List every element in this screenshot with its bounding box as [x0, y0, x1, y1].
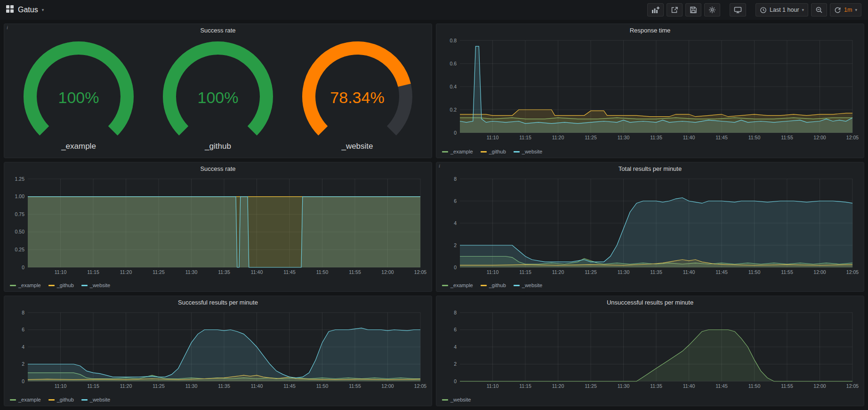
gauge-arc: 78.34% — [289, 40, 426, 141]
legend-item-example[interactable]: _example — [10, 397, 41, 402]
response-time-chart[interactable]: 11:1011:1511:2011:2511:3011:3511:4011:45… — [440, 37, 861, 141]
zoom-out-button[interactable] — [811, 3, 827, 16]
x-tick-label: 11:25 — [153, 269, 165, 275]
dashboards-grid-icon[interactable] — [6, 5, 14, 15]
x-tick-label: 11:40 — [683, 383, 695, 389]
y-tick-label: 8 — [454, 310, 457, 315]
legend-label: _website — [90, 282, 110, 288]
settings-button[interactable] — [704, 3, 720, 16]
x-tick-label: 11:35 — [218, 269, 230, 275]
x-tick-label: 11:30 — [185, 383, 198, 389]
legend-item-website[interactable]: _website — [81, 282, 110, 288]
legend-item-example[interactable]: _example — [10, 282, 41, 288]
y-tick-label: 1.25 — [15, 176, 25, 182]
x-tick-label: 11:15 — [519, 269, 531, 275]
panel-title[interactable]: Response time — [436, 24, 864, 37]
x-tick-label: 11:15 — [519, 383, 531, 389]
dashboard-title[interactable]: Gatus — [18, 6, 38, 14]
refresh-button[interactable]: 1m ▾ — [830, 3, 861, 16]
legend-label: _example — [450, 282, 473, 288]
x-tick-label: 11:45 — [283, 383, 296, 389]
legend-item-website[interactable]: _website — [442, 397, 471, 402]
panel-title[interactable]: Success rate — [4, 162, 432, 175]
navbar-actions: Last 1 hour ▾ 1m ▾ — [647, 3, 861, 16]
legend-item-website[interactable]: _website — [514, 282, 542, 288]
legend-item-github[interactable]: _github — [48, 397, 74, 402]
x-tick-label: 11:50 — [748, 269, 761, 275]
save-button[interactable] — [685, 3, 701, 16]
x-tick-label: 12:05 — [846, 269, 859, 275]
panel-title[interactable]: Total results per minute — [436, 162, 864, 175]
chevron-down-icon[interactable]: ▾ — [42, 8, 44, 12]
x-tick-label: 12:00 — [813, 269, 826, 275]
add-panel-button[interactable] — [647, 3, 664, 16]
x-tick-label: 11:20 — [552, 383, 564, 389]
legend-label: _website — [522, 282, 542, 288]
x-tick-label: 11:40 — [251, 269, 263, 275]
refresh-icon — [834, 7, 841, 14]
legend-label: _github — [489, 149, 506, 154]
gauge-value: 100% — [58, 88, 99, 106]
time-range-picker-button[interactable]: Last 1 hour ▾ — [755, 3, 808, 16]
x-tick-label: 11:15 — [87, 383, 99, 389]
legend-label: _website — [522, 149, 542, 154]
legend-swatch — [81, 399, 88, 401]
x-tick-label: 11:20 — [120, 383, 132, 389]
gauge-arc: 100% — [150, 40, 286, 141]
unsuccessful-results-chart[interactable]: 11:1011:1511:2011:2511:3011:3511:4011:45… — [440, 309, 861, 390]
y-tick-label: 4 — [454, 220, 457, 226]
x-tick-label: 11:35 — [650, 135, 662, 140]
total-results-chart[interactable]: 11:1011:1511:2011:2511:3011:3511:4011:45… — [440, 175, 861, 276]
legend-label: _website — [450, 397, 471, 402]
legend-item-website[interactable]: _website — [81, 397, 110, 402]
x-tick-label: 11:55 — [781, 135, 793, 140]
panel-title[interactable]: Success rate — [4, 24, 432, 37]
series-area-_website — [460, 198, 852, 267]
panel-title[interactable]: Unsuccessful results per minute — [436, 296, 864, 309]
legend-item-example[interactable]: _example — [442, 282, 473, 288]
success-rate-chart[interactable]: 11:1011:1511:2011:2511:3011:3511:4011:45… — [8, 175, 429, 276]
x-tick-label: 12:00 — [381, 383, 394, 389]
legend-swatch — [10, 399, 16, 401]
dashboard-grid: i Success rate 100% _example 100% _githu… — [0, 20, 868, 410]
x-tick-label: 11:15 — [519, 135, 531, 140]
tv-mode-button[interactable] — [730, 3, 746, 16]
panel-title[interactable]: Successful results per minute — [4, 296, 432, 309]
legend-swatch — [514, 151, 520, 153]
y-tick-label: 0.50 — [15, 229, 25, 234]
legend-item-github[interactable]: _github — [481, 282, 506, 288]
x-tick-label: 11:55 — [349, 383, 361, 389]
panel-unsuccessful-results: Unsuccessful results per minute 11:1011:… — [436, 296, 864, 406]
x-tick-label: 11:25 — [585, 135, 597, 140]
x-tick-label: 11:40 — [251, 383, 263, 389]
x-tick-label: 11:30 — [618, 269, 630, 275]
legend-item-website[interactable]: _website — [514, 149, 542, 154]
x-tick-label: 11:35 — [650, 383, 662, 389]
panel-info-icon[interactable]: i — [439, 163, 440, 169]
y-tick-label: 2 — [454, 361, 457, 367]
legend-item-example[interactable]: _example — [442, 149, 473, 154]
x-tick-label: 11:45 — [715, 383, 728, 389]
x-tick-label: 11:10 — [487, 135, 499, 140]
y-tick-label: 4 — [22, 344, 24, 350]
y-tick-label: 2 — [22, 361, 24, 367]
legend-swatch — [442, 285, 448, 286]
chart-legend: _website — [436, 395, 864, 406]
chart-legend: _example_github_website — [436, 147, 864, 158]
gauge-arc: 100% — [10, 40, 147, 141]
y-tick-label: 6 — [454, 327, 457, 332]
legend-swatch — [442, 399, 448, 401]
legend-swatch — [514, 285, 520, 286]
panel-info-icon[interactable]: i — [7, 24, 8, 30]
share-button[interactable] — [667, 3, 683, 16]
legend-item-github[interactable]: _github — [48, 282, 74, 288]
x-tick-label: 12:05 — [414, 269, 426, 275]
y-tick-label: 0.25 — [15, 247, 25, 252]
series-area-_website — [28, 328, 420, 381]
gauge-website: 78.34% _website — [289, 40, 426, 151]
successful-results-chart[interactable]: 11:1011:1511:2011:2511:3011:3511:4011:45… — [8, 309, 429, 390]
gauge-value: 100% — [198, 88, 239, 106]
x-tick-label: 11:45 — [715, 135, 728, 140]
legend-item-github[interactable]: _github — [481, 149, 506, 154]
legend-label: _github — [489, 282, 506, 288]
